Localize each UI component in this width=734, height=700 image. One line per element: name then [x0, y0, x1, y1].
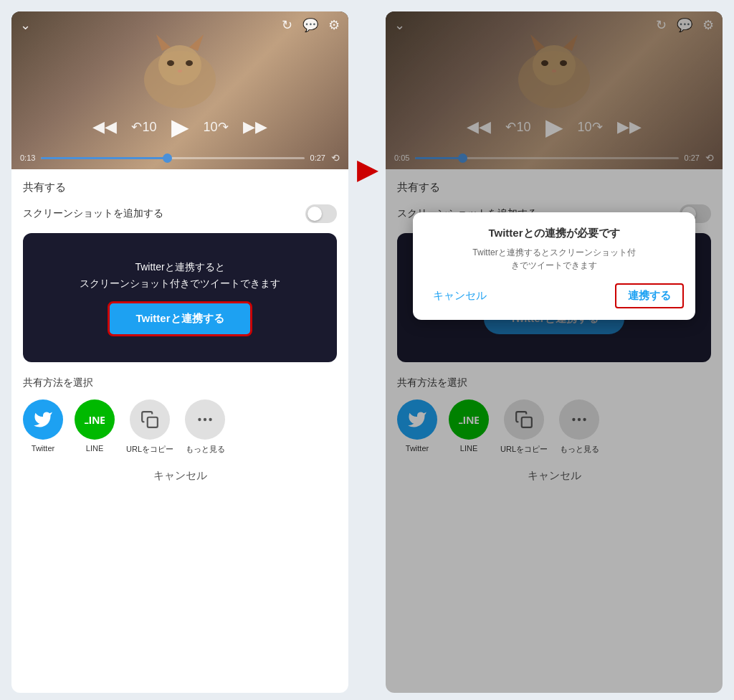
chat-icon[interactable]: 💬: [302, 17, 318, 33]
dialog-cancel-button[interactable]: キャンセル: [424, 285, 495, 307]
dialog-body: Twitterと連携するとスクリーンショット付きでツイートできます: [424, 246, 685, 272]
left-twitter-icon-circle: [23, 399, 63, 440]
left-toggle-knob: [308, 207, 322, 221]
svg-point-9: [198, 418, 201, 421]
right-icons: ↻ 💬 ⚙: [282, 17, 340, 33]
left-share-copy[interactable]: URLをコピー: [126, 399, 173, 455]
left-content: 共有する スクリーンショットを追加する Twitterと連携するとスクリーンショ…: [11, 169, 348, 693]
skip-forward-icon[interactable]: ▶▶: [243, 118, 267, 136]
left-cancel-row: キャンセル: [23, 469, 337, 483]
left-line-icon-circle: LINE: [75, 399, 115, 440]
play-icon[interactable]: ▶: [171, 113, 189, 141]
left-toggle[interactable]: [305, 204, 337, 223]
left-twitter-connect-button[interactable]: Twitterと連携する: [108, 301, 252, 336]
left-playback-controls: ◀◀ ↶10 ▶ 10↷ ▶▶: [11, 113, 348, 141]
left-screenshot-row: スクリーンショットを追加する: [23, 204, 337, 223]
dialog-box: Twitterとの連携が必要です Twitterと連携するとスクリーンショット付…: [413, 212, 696, 320]
svg-point-6: [178, 70, 182, 72]
left-copy-label: URLをコピー: [126, 444, 173, 455]
left-twitter-label: Twitter: [32, 444, 54, 453]
left-time-end: 0:27: [310, 153, 325, 162]
svg-point-1: [158, 45, 201, 85]
left-video-top-controls: ⌄ ↻ 💬 ⚙: [11, 17, 348, 33]
left-line-label: LINE: [86, 444, 103, 453]
dialog-connect-button[interactable]: 連携する: [615, 283, 684, 308]
replay10-icon[interactable]: ↶10: [131, 119, 156, 135]
left-more-label: もっと見る: [186, 444, 225, 455]
left-more-icon-circle: [185, 399, 225, 440]
left-video-bg: [11, 11, 348, 169]
right-arrow-icon: ▶: [357, 155, 377, 185]
left-copy-icon-circle: [130, 399, 170, 440]
left-more-icon: [196, 410, 214, 429]
main-container: ⌄ ↻ 💬 ⚙ ◀◀ ↶10 ▶ 10↷ ▶▶ 0:13: [0, 0, 734, 700]
dialog-title: Twitterとの連携が必要です: [424, 227, 685, 240]
svg-text:LINE: LINE: [85, 414, 105, 426]
left-twitter-card: Twitterと連携するとスクリーンショット付きでツイートできます Twitte…: [23, 233, 337, 362]
left-share-twitter[interactable]: Twitter: [23, 399, 63, 455]
svg-point-4: [167, 60, 174, 66]
left-share-icons-row: Twitter LINE LINE: [23, 399, 337, 455]
svg-point-11: [209, 418, 211, 421]
left-copy-icon: [140, 410, 159, 429]
left-twitter-bird-icon: [33, 410, 53, 430]
left-line-icon: LINE: [85, 410, 105, 430]
left-share-title: 共有する: [23, 181, 337, 194]
left-video-area: ⌄ ↻ 💬 ⚙ ◀◀ ↶10 ▶ 10↷ ▶▶ 0:13: [11, 11, 348, 169]
chevron-down-icon[interactable]: ⌄: [20, 17, 31, 33]
svg-rect-8: [148, 417, 158, 427]
left-progress-bar: 0:13 0:27 ⟲: [20, 152, 340, 164]
left-rotate-icon[interactable]: ⟲: [331, 152, 340, 164]
left-share-section-title: 共有方法を選択: [23, 377, 337, 389]
left-time-start: 0:13: [20, 153, 35, 162]
left-twitter-card-text: Twitterと連携するとスクリーンショット付きでツイートできます: [80, 259, 280, 291]
dialog-overlay: Twitterとの連携が必要です Twitterと連携するとスクリーンショット付…: [386, 11, 723, 693]
refresh-icon[interactable]: ↻: [282, 17, 292, 33]
gear-icon[interactable]: ⚙: [328, 17, 340, 33]
cat-image: [126, 26, 234, 119]
left-share-line[interactable]: LINE LINE: [75, 399, 115, 455]
svg-point-10: [204, 418, 206, 421]
svg-point-5: [186, 60, 193, 66]
left-progress-track[interactable]: [41, 157, 304, 159]
dialog-buttons: キャンセル 連携する: [424, 283, 685, 308]
arrow-container: ▶: [357, 11, 377, 185]
right-panel: ⌄ ↻ 💬 ⚙ ◀◀ ↶10 ▶ 10↷ ▶▶ 0:05: [386, 11, 723, 693]
skip-back-icon[interactable]: ◀◀: [92, 118, 117, 136]
left-progress-fill: [41, 157, 167, 159]
left-screenshot-label: スクリーンショットを追加する: [23, 207, 163, 220]
left-progress-thumb: [163, 153, 172, 163]
left-share-more[interactable]: もっと見る: [185, 399, 225, 455]
forward10-icon[interactable]: 10↷: [204, 119, 229, 135]
left-cancel-button[interactable]: キャンセル: [153, 469, 207, 483]
left-panel: ⌄ ↻ 💬 ⚙ ◀◀ ↶10 ▶ 10↷ ▶▶ 0:13: [11, 11, 348, 693]
